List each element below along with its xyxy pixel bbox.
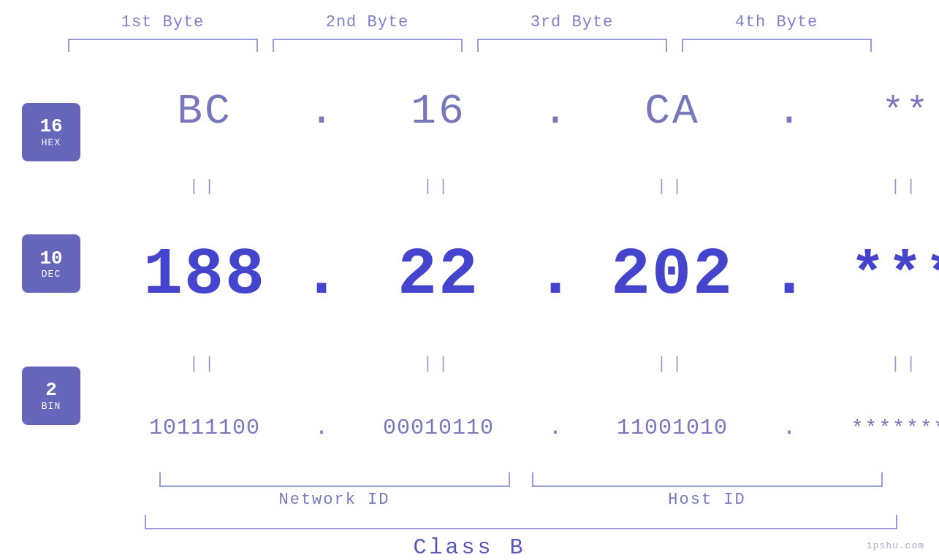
- bracket-gap: [514, 472, 528, 487]
- hex-byte2: 16: [336, 88, 541, 135]
- byte4-header: 4th Byte: [674, 13, 879, 31]
- dec-row: 188 . 22 . 202 . ***: [102, 238, 939, 312]
- class-label-row: Class B: [0, 535, 939, 560]
- dec-byte2-value: 22: [398, 238, 479, 312]
- bin-byte3: 11001010: [570, 415, 775, 440]
- byte2-header: 2nd Byte: [265, 13, 470, 31]
- equals-cell-3: ||: [570, 177, 775, 196]
- equals-cell-4: ||: [804, 177, 939, 196]
- net-host-labels: Network ID Host ID: [51, 491, 939, 509]
- hex-byte4: **: [804, 91, 939, 132]
- equals-cell-2: ||: [336, 177, 541, 196]
- dec-byte1: 188: [102, 238, 307, 312]
- network-bracket: [159, 472, 510, 487]
- equals2-cell-4: ||: [804, 355, 939, 373]
- main-content: 16 HEX 10 DEC 2 BIN BC .: [0, 59, 939, 469]
- bin-badge-label: BIN: [42, 401, 61, 412]
- hex-dot3: .: [775, 88, 804, 135]
- dec-badge: 10 DEC: [22, 234, 80, 293]
- bin-byte4: ********: [804, 417, 939, 440]
- network-id-label: Network ID: [159, 491, 510, 509]
- equals-row-1: || || || ||: [102, 177, 939, 196]
- hex-dot2: .: [541, 88, 570, 135]
- dec-badge-label: DEC: [42, 269, 61, 280]
- byte3-header: 3rd Byte: [470, 13, 674, 31]
- dec-byte1-value: 188: [143, 238, 266, 312]
- label-gap: [514, 491, 528, 509]
- header-brackets: [0, 39, 939, 52]
- bin-byte1-value: 10111100: [149, 415, 260, 440]
- equals2-cell-3: ||: [570, 355, 775, 373]
- bin-byte2-value: 00010110: [383, 415, 494, 440]
- watermark: ipshu.com: [867, 540, 924, 551]
- dec-badge-number: 10: [39, 248, 62, 269]
- dec-byte2: 22: [336, 238, 541, 312]
- dec-byte3-value: 202: [611, 238, 734, 312]
- hex-dot1: .: [307, 88, 336, 135]
- data-rows: BC . 16 . CA . **: [102, 59, 939, 469]
- dec-byte4-value: ***: [850, 242, 939, 309]
- bin-dot1: .: [307, 415, 336, 440]
- host-bracket: [532, 472, 883, 487]
- hex-byte1: BC: [102, 88, 307, 135]
- dec-byte4: ***: [804, 242, 939, 309]
- dec-byte3: 202: [570, 238, 775, 312]
- hex-row: BC . 16 . CA . **: [102, 88, 939, 135]
- hex-byte3: CA: [570, 88, 775, 135]
- bin-byte3-value: 11001010: [617, 415, 728, 440]
- bin-byte2: 00010110: [336, 415, 541, 440]
- hex-badge-label: HEX: [42, 137, 61, 148]
- equals2-cell-1: ||: [102, 355, 307, 373]
- hex-byte1-value: BC: [177, 88, 232, 135]
- bin-byte4-value: ********: [851, 417, 939, 440]
- hex-badge: 16 HEX: [22, 103, 80, 161]
- class-label: Class B: [413, 535, 525, 560]
- bin-dot3: .: [775, 415, 804, 440]
- sidebar: 16 HEX 10 DEC 2 BIN: [0, 59, 102, 469]
- hex-byte4-value: **: [882, 91, 930, 132]
- bottom-brackets: Network ID Host ID Class B: [0, 472, 939, 560]
- hex-byte3-value: CA: [645, 88, 700, 135]
- dec-dot2: .: [541, 238, 570, 312]
- class-bracket: [145, 515, 897, 529]
- bin-badge-number: 2: [45, 380, 57, 401]
- bin-dot2: .: [541, 415, 570, 440]
- equals2-cell-2: ||: [336, 355, 541, 373]
- equals-row-2: || || || ||: [102, 355, 939, 373]
- byte-headers: 1st Byte 2nd Byte 3rd Byte 4th Byte: [0, 0, 939, 31]
- net-host-bracket-row: [51, 472, 939, 487]
- hex-byte2-value: 16: [411, 88, 466, 135]
- bracket-4: [682, 39, 872, 52]
- equals-cell-1: ||: [102, 177, 307, 196]
- bracket-2: [273, 39, 463, 52]
- host-id-label: Host ID: [532, 491, 883, 509]
- class-bracket-row: [51, 515, 939, 529]
- main-container: 1st Byte 2nd Byte 3rd Byte 4th Byte 16 H…: [0, 0, 939, 560]
- bin-row: 10111100 . 00010110 . 11001010 .: [102, 415, 939, 440]
- byte1-header: 1st Byte: [61, 13, 265, 31]
- dec-dot1: .: [307, 238, 336, 312]
- bin-badge: 2 BIN: [22, 367, 80, 425]
- dec-dot3: .: [775, 238, 804, 312]
- bracket-1: [68, 39, 258, 52]
- bin-byte1: 10111100: [102, 415, 307, 440]
- bracket-3: [477, 39, 667, 52]
- hex-badge-number: 16: [39, 116, 62, 137]
